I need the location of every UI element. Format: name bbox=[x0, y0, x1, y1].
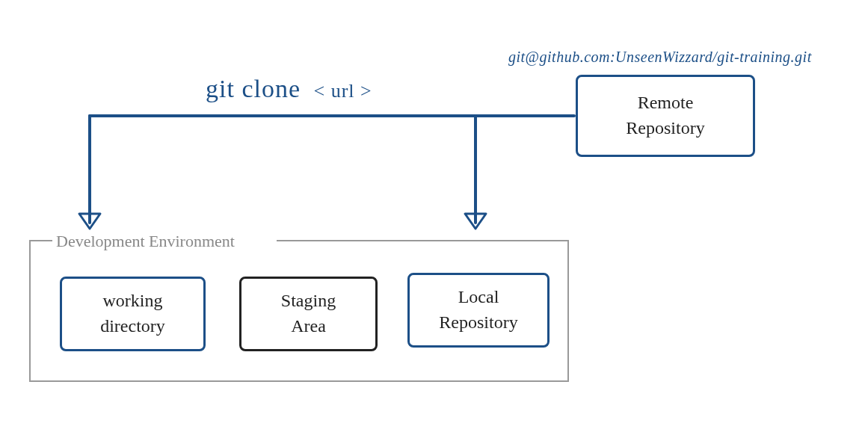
git-clone-command: git clone < url > bbox=[206, 75, 372, 103]
arrowhead-working bbox=[79, 214, 100, 229]
remote-repository-box: Remote Repository bbox=[576, 75, 755, 157]
staging-line1: Staging bbox=[281, 288, 336, 314]
working-line2: directory bbox=[100, 314, 165, 339]
local-repository-box: Local Repository bbox=[407, 273, 550, 348]
staging-area-box: Staging Area bbox=[239, 277, 378, 351]
working-line1: working bbox=[103, 288, 163, 314]
dev-env-label: Development Environment bbox=[56, 232, 235, 251]
remote-url: git@github.com:UnseenWizzard/git-trainin… bbox=[508, 49, 812, 66]
local-line2: Repository bbox=[439, 310, 517, 336]
command-arg: < url > bbox=[314, 80, 372, 102]
remote-line2: Repository bbox=[626, 116, 704, 141]
local-line1: Local bbox=[458, 285, 499, 310]
remote-line1: Remote bbox=[638, 90, 694, 116]
command-text: git clone bbox=[206, 75, 301, 102]
working-directory-box: working directory bbox=[60, 277, 206, 351]
staging-line2: Area bbox=[291, 314, 326, 339]
arrowhead-local bbox=[465, 214, 486, 229]
